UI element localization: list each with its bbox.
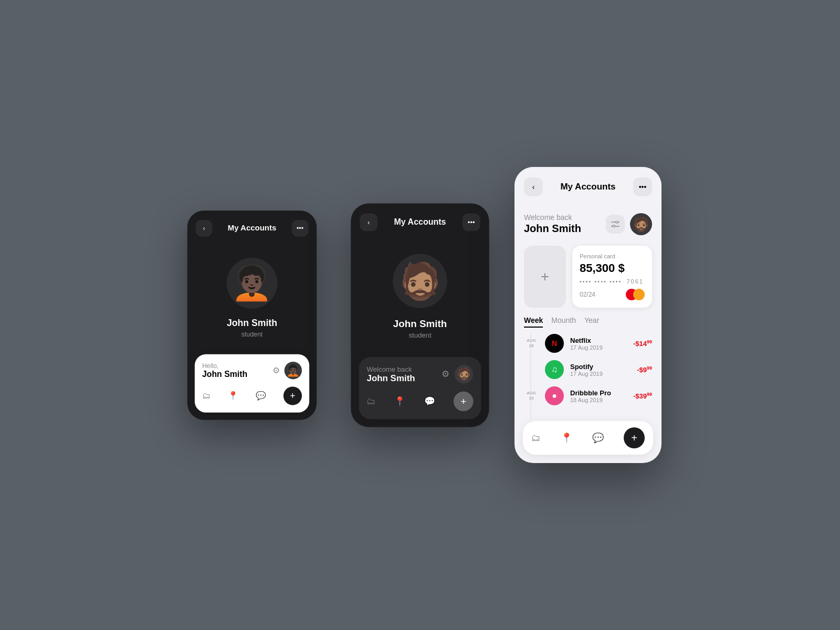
netflix-logo: N <box>545 334 564 353</box>
phone3-card-balance: 85,300 $ <box>580 261 645 275</box>
phone2-nav-chat-icon[interactable]: 💬 <box>424 396 435 407</box>
phone3-menu-button[interactable]: ••• <box>633 177 652 196</box>
phone2-topbar: ‹ My Accounts ••• <box>351 203 489 239</box>
phone2-bottom-card: Welcome back John Smith ⚙ 🧔🏽 🗂 📍 💬 + <box>359 356 481 418</box>
phone3-card-type: Personal card <box>580 253 645 259</box>
phone2-nav-location-icon[interactable]: 📍 <box>394 396 405 407</box>
phone3-bottom-nav: 🗂 📍 💬 + <box>523 421 653 455</box>
phone1-card-greeting-block: Hello, John Smith <box>202 362 247 379</box>
phone3-welcome-text-block: Welcome back John Smith <box>524 213 581 235</box>
phone1-card-header: Hello, John Smith ⚙ 🧑🏿‍🦱 <box>202 361 302 379</box>
phone3-card-section: + Personal card 85,300 $ •••• •••• •••• … <box>514 242 662 316</box>
phone1-add-button[interactable]: + <box>284 386 302 405</box>
phone3-card-footer: 02/24 <box>580 289 645 300</box>
phone1-nav-location-icon[interactable]: 📍 <box>228 391 238 401</box>
tab-year[interactable]: Year <box>584 316 599 328</box>
spotify-date: 17 Aug 2019 <box>570 371 631 377</box>
phone3-nav-chat-icon[interactable]: 💬 <box>592 432 604 444</box>
phone1-nav-folder-icon[interactable]: 🗂 <box>202 391 211 400</box>
phone3-title: My Accounts <box>560 182 615 192</box>
transaction-dribbble: AUG19 ● Dribbble Pro 18 Aug 2019 -$3999 <box>524 386 652 405</box>
phone3-welcome-header: Welcome back John Smith 🧔🏽 <box>514 205 662 242</box>
phone1-back-button[interactable]: ‹ <box>196 219 213 236</box>
spotify-info: Spotify 17 Aug 2019 <box>570 363 631 377</box>
phone3-nav-location-icon[interactable]: 📍 <box>561 432 572 444</box>
phone3-welcome-name: John Smith <box>524 223 581 235</box>
phone3-add-card-button[interactable]: + <box>524 246 566 308</box>
transaction-date-aug18: AUG18 <box>524 338 539 348</box>
phone2-back-button[interactable]: ‹ <box>360 213 377 231</box>
phone2-card-nav: 🗂 📍 💬 + <box>366 391 473 411</box>
phone2-avatar: 🧔🏽 <box>393 254 447 308</box>
phone3-card-number: •••• •••• •••• 7061 <box>580 278 645 285</box>
phone2-user-role: student <box>408 331 431 339</box>
phone2-avatar-section: 🧔🏽 John Smith student <box>351 239 489 349</box>
phone3-topbar: ‹ My Accounts ••• <box>514 167 662 205</box>
phone1-nav-chat-icon[interactable]: 💬 <box>256 391 266 401</box>
phone1-card-avatar: 🧑🏿‍🦱 <box>285 361 302 379</box>
phone2-greeting: Welcome back <box>366 365 415 373</box>
phone3-welcome-right: 🧔🏽 <box>606 213 652 235</box>
phone1-card-nav: 🗂 📍 💬 + <box>202 386 302 405</box>
spotify-name: Spotify <box>570 363 631 371</box>
phone1-user-name: John Smith <box>227 318 277 328</box>
phone1-user-role: student <box>242 330 262 338</box>
netflix-date: 17 Aug 2019 <box>570 344 627 351</box>
phone1-card-name: John Smith <box>202 369 247 379</box>
phone3-filter-button[interactable] <box>606 215 625 234</box>
spotify-amount: -$999 <box>637 365 652 374</box>
phone1-avatar: 🧑🏿‍🦱 <box>227 257 278 308</box>
phone3-avatar: 🧔🏽 <box>630 213 652 235</box>
spotify-logo: ♫ <box>545 360 564 379</box>
dribbble-date: 18 Aug 2019 <box>570 397 627 403</box>
phone1-card-header-right: ⚙ 🧑🏿‍🦱 <box>272 361 302 379</box>
phone1-topbar: ‹ My Accounts ••• <box>187 211 317 244</box>
phone2-card-header-right: ⚙ 🧔🏽 <box>442 364 473 383</box>
phone3-add-button[interactable]: + <box>624 427 645 448</box>
phone1-settings-icon[interactable]: ⚙ <box>272 365 280 375</box>
tab-week[interactable]: Week <box>524 316 543 328</box>
phone1-bottom-card: Hello, John Smith ⚙ 🧑🏿‍🦱 🗂 📍 💬 + <box>195 354 309 412</box>
phone3-credit-card: Personal card 85,300 $ •••• •••• •••• 70… <box>572 246 652 308</box>
phone2-card-name: John Smith <box>366 373 415 383</box>
phone2-title: My Accounts <box>394 217 446 227</box>
phone2-settings-icon[interactable]: ⚙ <box>442 369 449 380</box>
svg-point-1 <box>616 221 618 223</box>
dribbble-logo: ● <box>545 386 564 405</box>
phone1-greeting: Hello, <box>202 362 247 369</box>
phone3-period-tabs: Week Mounth Year <box>514 316 662 334</box>
mastercard-icon <box>626 289 645 300</box>
phone3-back-button[interactable]: ‹ <box>524 177 543 196</box>
phone2-card-greeting-block: Welcome back John Smith <box>366 365 415 383</box>
phone2-add-button[interactable]: + <box>454 391 474 411</box>
phone1-title: My Accounts <box>228 223 277 233</box>
phone3-greeting: Welcome back <box>524 213 581 222</box>
phone2-user-name: John Smith <box>393 318 447 329</box>
svg-point-3 <box>613 225 615 227</box>
phone3-transactions: AUG18 N Netflix 17 Aug 2019 -$1499 ♫ Spo… <box>514 334 662 421</box>
phone2-card-header: Welcome back John Smith ⚙ 🧔🏽 <box>366 364 473 383</box>
tab-month[interactable]: Mounth <box>551 316 576 328</box>
phone3-card-expiry: 02/24 <box>580 291 595 298</box>
netflix-name: Netflix <box>570 337 627 344</box>
transaction-spotify: ♫ Spotify 17 Aug 2019 -$999 <box>524 360 652 379</box>
dribbble-info: Dribbble Pro 18 Aug 2019 <box>570 389 627 403</box>
phone2-nav-folder-icon[interactable]: 🗂 <box>366 396 375 406</box>
phone-1: ‹ My Accounts ••• 🧑🏿‍🦱 John Smith studen… <box>187 211 317 420</box>
screens-container: ‹ My Accounts ••• 🧑🏿‍🦱 John Smith studen… <box>158 135 682 495</box>
dribbble-name: Dribbble Pro <box>570 389 627 397</box>
phone3-nav-folder-icon[interactable]: 🗂 <box>531 433 541 444</box>
dribbble-amount: -$3999 <box>633 392 652 400</box>
transaction-netflix: AUG18 N Netflix 17 Aug 2019 -$1499 <box>524 334 652 353</box>
phone-2: ‹ My Accounts ••• 🧔🏽 John Smith student … <box>351 203 489 427</box>
phone-3: ‹ My Accounts ••• Welcome back John Smit… <box>514 167 662 463</box>
phone1-menu-button[interactable]: ••• <box>292 219 309 236</box>
phone2-menu-button[interactable]: ••• <box>463 213 480 231</box>
netflix-info: Netflix 17 Aug 2019 <box>570 337 627 351</box>
phone2-card-avatar: 🧔🏽 <box>455 364 474 383</box>
phone1-avatar-section: 🧑🏿‍🦱 John Smith student <box>187 244 317 346</box>
transaction-date-aug19: AUG19 <box>524 391 539 401</box>
netflix-amount: -$1499 <box>633 339 652 348</box>
